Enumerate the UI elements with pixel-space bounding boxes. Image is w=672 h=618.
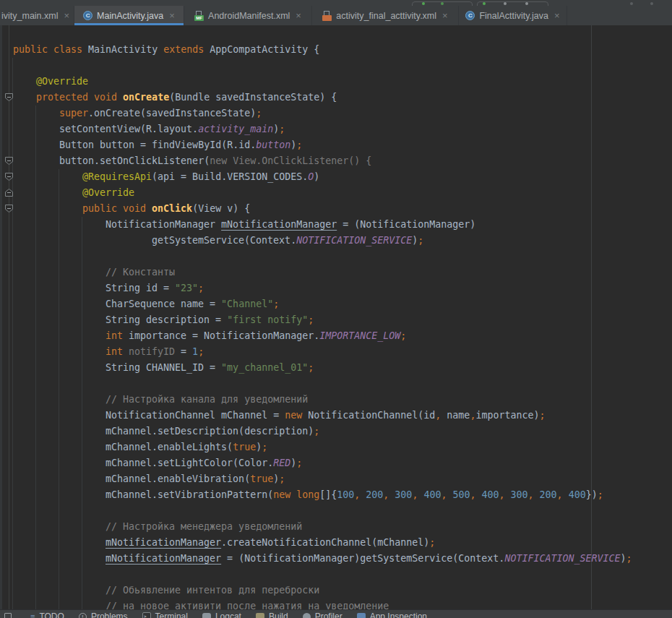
code-line[interactable]: NotificationManager mNotificationManager…: [0, 217, 672, 233]
code-line[interactable]: CharSequence name = "Channel";: [0, 296, 672, 312]
code-token: @RequiresApi: [82, 171, 152, 182]
run-indicator-dot: [483, 2, 486, 5]
code-line[interactable]: // Константы: [0, 265, 672, 280]
code-token: ;: [273, 299, 279, 309]
code-token: ;: [262, 442, 267, 452]
run-indicator-dot: [422, 2, 425, 5]
code-token: super: [59, 108, 88, 119]
code-token: ;: [296, 458, 302, 468]
tab-label: MainActivity.java: [97, 11, 163, 21]
code-line[interactable]: [0, 249, 672, 265]
code-token: name: [441, 410, 470, 421]
code-line[interactable]: mNotificationManager = (NotificationMana…: [0, 551, 672, 567]
code-line[interactable]: [0, 503, 672, 519]
code-token: protected void: [36, 92, 123, 103]
code-token: RED: [273, 458, 290, 468]
code-line[interactable]: NotificationChannel mChannel = new Notif…: [0, 408, 672, 424]
code-line[interactable]: public void onClick(View v) {: [0, 201, 672, 217]
build-icon: [256, 613, 264, 618]
layout-xml-icon: [322, 11, 332, 21]
tab-close-icon[interactable]: ×: [554, 11, 560, 20]
code-token: "my_channel_01": [221, 362, 308, 373]
code-editor[interactable]: public class MainActivity extends AppCom…: [0, 25, 672, 618]
code-token: ): [273, 473, 279, 484]
code-token: ,: [499, 489, 511, 500]
code-token: new View.OnClickListener() {: [210, 155, 371, 166]
code-token: ,: [441, 489, 452, 500]
editor-tab-finalacttivity-java[interactable]: CFinalActtivity.java×: [459, 6, 567, 25]
code-line[interactable]: mChannel.setLightColor(Color.RED);: [0, 455, 672, 471]
code-token: 1: [192, 346, 198, 357]
code-token: ;: [539, 410, 545, 421]
tool-window-button-build[interactable]: Build: [256, 611, 288, 618]
tab-close-icon[interactable]: ×: [169, 11, 175, 20]
code-token: mChannel.enableVibration(: [105, 473, 250, 484]
code-token: new long: [273, 489, 319, 500]
code-token: ): [620, 553, 626, 564]
code-token: (View v) {: [192, 203, 250, 214]
tool-window-button-app-inspection[interactable]: App Inspection: [357, 611, 427, 618]
code-token: ;: [429, 537, 435, 548]
code-token: int: [105, 346, 129, 357]
code-token: // Настройка канала для уведомлений: [105, 394, 308, 405]
code-token: (Bundle savedInstanceState) {: [169, 92, 337, 103]
editor-tab-activity-final-acttivity-xml[interactable]: activity_final_acttivity.xml×: [312, 6, 459, 25]
code-line[interactable]: mNotificationManager.createNotificationC…: [0, 535, 672, 551]
code-line[interactable]: [0, 376, 672, 392]
tool-window-button-logcat[interactable]: Logcat: [202, 611, 241, 618]
editor-tab-mainactivity-java[interactable]: CMainActivity.java×: [74, 6, 184, 25]
tool-window-button-todo[interactable]: ≡TODO: [30, 611, 64, 618]
code-line[interactable]: int importance = NotificationManager.IMP…: [0, 328, 672, 344]
code-line[interactable]: // Настройка канала для уведомлений: [0, 392, 672, 408]
code-line[interactable]: [0, 58, 672, 74]
terminal-icon: >_: [142, 612, 151, 618]
code-token: ;: [598, 489, 603, 500]
code-line[interactable]: @Override: [0, 74, 672, 90]
code-line[interactable]: super.onCreate(savedInstanceState);: [0, 106, 672, 121]
code-token: 100: [337, 489, 354, 500]
code-line[interactable]: @RequiresApi(api = Build.VERSION_CODES.O…: [0, 169, 672, 185]
code-line[interactable]: String description = "first notify";: [0, 312, 672, 328]
code-area[interactable]: public class MainActivity extends AppCom…: [0, 42, 672, 614]
code-line[interactable]: mChannel.setDescription(description);: [0, 424, 672, 439]
code-line[interactable]: mChannel.enableLights(true);: [0, 439, 672, 455]
code-token: importance = NotificationManager.: [129, 330, 319, 341]
code-token: ;: [418, 235, 423, 246]
code-line[interactable]: Button button = findViewById(R.id.button…: [0, 137, 672, 153]
editor-tab-ivity-main-xml[interactable]: ivity_main.xml×: [0, 6, 74, 25]
code-line[interactable]: // Обьявление интентов для переброски: [0, 583, 672, 598]
code-line[interactable]: String CHANNEL_ID = "my_channel_01";: [0, 360, 672, 376]
code-line[interactable]: [0, 567, 672, 583]
code-line[interactable]: getSystemService(Context.NOTIFICATION_SE…: [0, 233, 672, 249]
code-line[interactable]: // Настройка менеджера уведомлений: [0, 519, 672, 535]
code-line[interactable]: public class MainActivity extends AppCom…: [0, 42, 672, 58]
code-token: 400: [569, 489, 586, 500]
toolbar-dot: [525, 2, 528, 5]
code-token: = (NotificationManager): [337, 219, 475, 230]
code-token: ;: [296, 140, 302, 150]
tool-window-button-terminal[interactable]: >_Terminal: [142, 611, 188, 618]
code-line[interactable]: mChannel.enableVibration(true);: [0, 471, 672, 487]
tab-close-icon[interactable]: ×: [64, 11, 70, 20]
code-token: 400: [423, 489, 441, 500]
todo-icon: ≡: [30, 612, 35, 618]
code-token: ;: [314, 426, 319, 437]
tool-window-button-window[interactable]: [4, 611, 16, 618]
code-line[interactable]: protected void onCreate(Bundle savedInst…: [0, 90, 672, 106]
tool-window-button-profiler[interactable]: Profiler: [303, 611, 343, 618]
editor-tab-androidmanifest-xml[interactable]: MFAndroidManifest.xml×: [184, 6, 312, 25]
code-token: NOTIFICATION_SERVICE: [504, 553, 620, 564]
code-line[interactable]: int notifyID = 1;: [0, 344, 672, 360]
code-line[interactable]: mChannel.setVibrationPattern(new long[]{…: [0, 487, 672, 503]
profiler-icon: [303, 613, 311, 618]
code-line[interactable]: @Override: [0, 185, 672, 201]
tab-close-icon[interactable]: ×: [296, 11, 301, 20]
tab-close-icon[interactable]: ×: [442, 11, 448, 20]
tool-window-button-problems[interactable]: !Problems: [79, 611, 128, 618]
code-token: NotificationManager: [105, 219, 221, 230]
code-token: CharSequence name =: [105, 299, 221, 309]
code-line[interactable]: setContentView(R.layout.activity_main);: [0, 121, 672, 137]
code-line[interactable]: String id = "23";: [0, 280, 672, 296]
java-class-icon: C: [465, 11, 475, 20]
code-line[interactable]: button.setOnClickListener(new View.OnCli…: [0, 153, 672, 169]
